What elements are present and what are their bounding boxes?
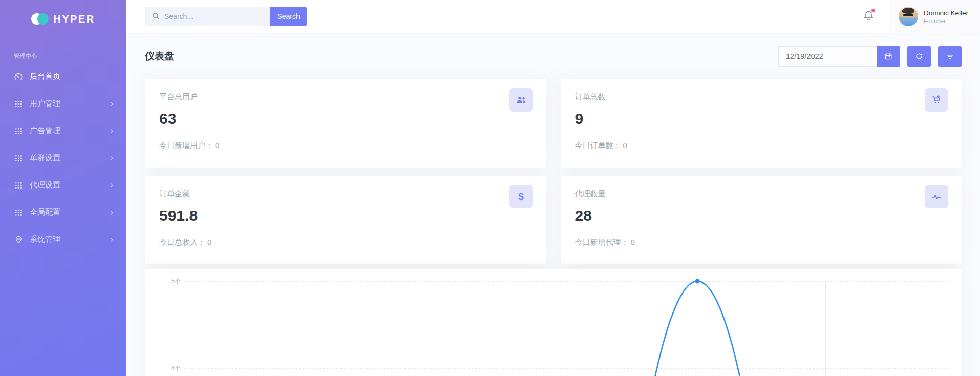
user-role: Founder [924, 18, 968, 24]
date-input[interactable] [778, 46, 877, 67]
stat-footer: 今日新增用户：0 [159, 141, 532, 151]
stat-label: 代理数量 [575, 189, 948, 199]
stat-footer: 今日新增代理：0 [575, 238, 948, 247]
map-pin-icon [14, 235, 23, 244]
stat-label: 平台总用户 [159, 92, 532, 102]
stat-label: 订单总数 [575, 92, 948, 102]
sidebar-item-label: 广告管理 [30, 126, 109, 136]
chevron-right-icon [109, 237, 115, 243]
stat-label: 订单金额 [159, 189, 532, 199]
stat-card-total-users: 平台总用户 63 今日新增用户：0 [145, 79, 546, 168]
series-line [650, 281, 745, 376]
stat-card-order-amount: 订单金额 591.8 今日总收入：0 $ [145, 176, 546, 264]
page-title: 仪表盘 [145, 50, 174, 63]
sidebar-item-label: 用户管理 [30, 99, 109, 109]
line-chart-svg [145, 269, 962, 376]
sidebar-item-label: 代理设置 [30, 180, 109, 190]
search-input[interactable] [145, 7, 270, 26]
calendar-icon [884, 52, 892, 60]
stat-card-total-orders: 订单总数 9 今日订单数：0 [561, 79, 962, 168]
avatar [899, 7, 918, 26]
grid-dots-icon [14, 208, 23, 217]
content-area: 仪表盘 平台总用户 63 今日新增用户：0 [126, 33, 980, 376]
topbar: Search Dominic Keller Founder [126, 0, 980, 33]
grid-dots-icon [14, 154, 23, 163]
stat-value: 63 [159, 110, 532, 128]
user-menu[interactable]: Dominic Keller Founder [889, 0, 980, 33]
search-button[interactable]: Search [270, 7, 307, 26]
notification-bell-button[interactable] [863, 10, 875, 24]
stat-footer: 今日总收入：0 [159, 238, 532, 247]
sidebar-item-dashboard[interactable]: 后台首页 [0, 63, 126, 90]
logo-text: HYPER [53, 13, 95, 25]
filter-button[interactable] [938, 46, 962, 67]
chevron-right-icon [109, 182, 115, 189]
stat-value: 28 [575, 207, 948, 224]
dollar-icon: $ [509, 185, 533, 208]
sidebar-section-label: 管理中心 [0, 38, 126, 63]
sidebar-item-label: 系统管理 [30, 235, 109, 244]
sidebar-item-global-config[interactable]: 全局配置 [0, 199, 126, 226]
line-chart-card[interactable]: 5个 4个 [145, 269, 962, 376]
stat-value: 591.8 [159, 207, 532, 224]
stat-cards-grid: 平台总用户 63 今日新增用户：0 订单总数 9 今日订单数：0 [145, 79, 962, 264]
grid-dots-icon [14, 99, 23, 109]
app-logo[interactable]: HYPER [0, 0, 126, 38]
filter-sort-icon [946, 52, 954, 61]
stat-footer: 今日订单数：0 [575, 141, 948, 151]
sidebar: HYPER 管理中心 后台首页 用户管理 广告管理 单群设置 代理设置 [0, 0, 126, 376]
sidebar-item-label: 全局配置 [30, 207, 109, 217]
activity-pulse-icon [925, 185, 948, 208]
peak-marker-dot [695, 279, 700, 284]
users-icon [509, 88, 533, 112]
cart-plus-icon [925, 88, 948, 112]
logo-icon [31, 13, 49, 25]
search-group: Search [145, 7, 307, 26]
chevron-right-icon [109, 210, 115, 216]
refresh-icon [915, 52, 923, 60]
chevron-right-icon [109, 128, 115, 134]
notification-unread-dot [871, 9, 875, 12]
stat-value: 9 [575, 110, 948, 128]
sidebar-item-user-mgmt[interactable]: 用户管理 [0, 90, 126, 117]
refresh-button[interactable] [907, 46, 931, 67]
sidebar-item-label: 后台首页 [30, 72, 115, 81]
stat-card-agent-count: 代理数量 28 今日新增代理：0 [561, 176, 962, 264]
sidebar-item-ad-mgmt[interactable]: 广告管理 [0, 117, 126, 144]
grid-dots-icon [14, 127, 23, 136]
sidebar-item-agent-settings[interactable]: 代理设置 [0, 172, 126, 199]
chevron-right-icon [109, 155, 115, 161]
sidebar-item-system-mgmt[interactable]: 系统管理 [0, 226, 126, 253]
sidebar-item-label: 单群设置 [30, 153, 109, 163]
calendar-button[interactable] [877, 46, 900, 67]
search-icon [152, 12, 160, 23]
chevron-right-icon [109, 101, 115, 107]
user-name: Dominic Keller [924, 9, 968, 17]
grid-dots-icon [14, 181, 23, 190]
sidebar-item-group-settings[interactable]: 单群设置 [0, 144, 126, 172]
dashboard-gauge-icon [14, 72, 23, 81]
